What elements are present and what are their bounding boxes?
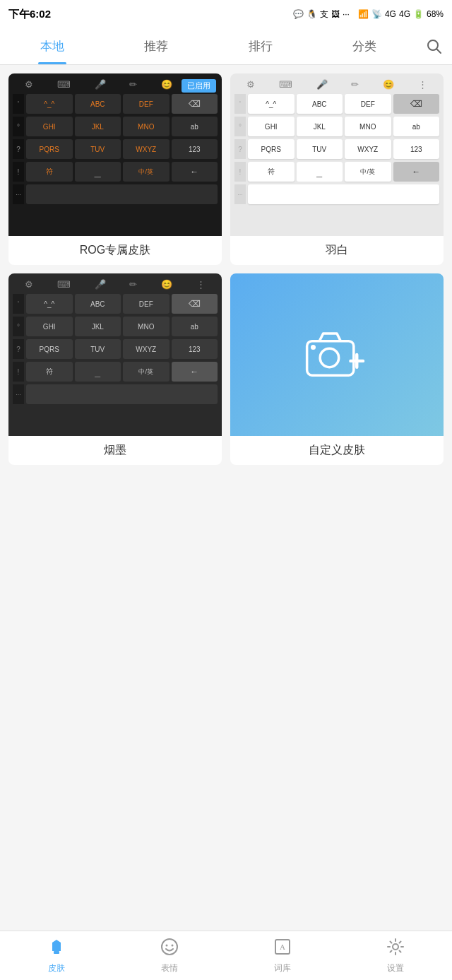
search-icon (427, 39, 442, 54)
svg-text:A: A (280, 943, 285, 951)
skin-nav-label: 皮肤 (48, 962, 65, 974)
skin-name-yubai: 羽白 (230, 236, 444, 265)
tab-recommend[interactable]: 推荐 (105, 28, 209, 64)
battery-pct: 68% (427, 9, 444, 19)
tab-category[interactable]: 分类 (313, 28, 417, 64)
skin-grid: 已启用 ⚙ ⌨ 🎤 ✏ 😊 ⋮ ' ^_^ (8, 73, 444, 465)
more-icon: ··· (343, 9, 350, 19)
network-4g1-icon: 4G (385, 9, 396, 19)
main-content: 已启用 ⚙ ⌨ 🎤 ✏ 😊 ⋮ ' ^_^ (0, 65, 452, 521)
svg-point-8 (162, 939, 177, 955)
skin-nav-icon (47, 937, 66, 960)
skin-card-yanmo[interactable]: ⚙ ⌨ 🎤 ✏ 😊 ⋮ ' ^_^ ABC DEF ⌫ (8, 273, 222, 465)
yb-handwrite-icon: ✏ (351, 79, 359, 90)
custom-skin-bg (230, 273, 444, 436)
ym-clipboard-icon: ⌨ (57, 279, 71, 290)
search-button[interactable] (417, 28, 452, 64)
skin-name-yanmo: 烟墨 (8, 436, 222, 465)
skin-card-custom[interactable]: 自定义皮肤 (230, 273, 444, 465)
kb-handwrite-icon: ✏ (129, 79, 137, 90)
status-bar: 下午6:02 💬 🐧 支 🖼 ··· 📶 📡 4G 4G 🔋 68% (0, 0, 452, 28)
message-icon: 💬 (293, 9, 304, 19)
skin-name-custom: 自定义皮肤 (230, 436, 444, 465)
yanmo-keyboard: ⚙ ⌨ 🎤 ✏ 😊 ⋮ ' ^_^ ABC DEF ⌫ (8, 273, 222, 436)
tab-local[interactable]: 本地 (0, 28, 105, 64)
skin-card-yubai[interactable]: ⚙ ⌨ 🎤 ✏ 😊 ⋮ ' ^_^ ABC DEF ⌫ (230, 73, 444, 265)
settings-nav-label: 设置 (387, 962, 404, 974)
wifi-icon: 📡 (371, 9, 382, 19)
bottom-nav-emoji[interactable]: 表情 (113, 937, 226, 974)
ym-more-icon: ⋮ (196, 279, 206, 290)
bottom-nav-dict[interactable]: A 词库 (226, 937, 339, 974)
svg-point-10 (172, 945, 174, 947)
qq-icon: 🐧 (307, 9, 317, 19)
tab-ranking[interactable]: 排行 (208, 28, 313, 64)
yb-emoji-icon: 😊 (383, 79, 394, 90)
svg-rect-7 (54, 951, 59, 954)
battery-icon: 🔋 (413, 9, 424, 19)
ym-settings-icon: ⚙ (25, 279, 33, 290)
rog-keyboard: ⚙ ⌨ 🎤 ✏ 😊 ⋮ ' ^_^ ABC DEF ⌫ (8, 73, 222, 236)
nav-tabs: 本地 推荐 排行 分类 (0, 28, 452, 65)
svg-point-9 (166, 945, 168, 947)
signal-icon: 📶 (358, 9, 369, 19)
skin-card-rog[interactable]: 已启用 ⚙ ⌨ 🎤 ✏ 😊 ⋮ ' ^_^ (8, 73, 222, 265)
bottom-nav-settings[interactable]: 设置 (339, 937, 452, 974)
yubai-keyboard: ⚙ ⌨ 🎤 ✏ 😊 ⋮ ' ^_^ ABC DEF ⌫ (230, 73, 444, 236)
gallery-icon: 🖼 (331, 9, 340, 19)
ym-emoji-icon: 😊 (161, 279, 172, 290)
dict-nav-icon: A (273, 937, 292, 960)
kb-mic-icon: 🎤 (95, 79, 106, 90)
yb-mic-icon: 🎤 (316, 79, 328, 90)
bottom-nav: 皮肤 表情 A 词库 设置 (0, 931, 452, 980)
ym-mic-icon: 🎤 (95, 279, 106, 290)
ym-handwrite-icon: ✏ (129, 279, 137, 290)
emoji-nav-icon (160, 937, 179, 960)
alipay-icon: 支 (320, 8, 328, 20)
svg-line-1 (437, 49, 441, 53)
yb-clipboard-icon: ⌨ (279, 79, 292, 90)
network-4g2-icon: 4G (399, 9, 410, 19)
status-icons: 💬 🐧 支 🖼 ··· 📶 📡 4G 4G 🔋 68% (293, 8, 444, 20)
skin-name-rog: ROG专属皮肤 (8, 236, 222, 265)
emoji-nav-label: 表情 (161, 962, 178, 974)
kb-clipboard-icon: ⌨ (57, 79, 71, 90)
svg-point-6 (311, 344, 316, 349)
skin-preview-rog: 已启用 ⚙ ⌨ 🎤 ✏ 😊 ⋮ ' ^_^ (8, 73, 222, 236)
active-badge-rog: 已启用 (182, 79, 216, 93)
camera-plus-icon (305, 329, 369, 382)
svg-point-3 (320, 348, 338, 367)
kb-settings-icon: ⚙ (25, 79, 33, 90)
kb-emoji-icon: 😊 (161, 79, 172, 90)
skin-preview-custom (230, 273, 444, 436)
skin-preview-yanmo: ⚙ ⌨ 🎤 ✏ 😊 ⋮ ' ^_^ ABC DEF ⌫ (8, 273, 222, 436)
status-time: 下午6:02 (8, 8, 51, 21)
yb-settings-icon: ⚙ (246, 79, 255, 90)
bottom-nav-skin[interactable]: 皮肤 (0, 937, 113, 974)
dict-nav-label: 词库 (274, 962, 291, 974)
settings-nav-icon (386, 937, 405, 960)
yb-more-icon: ⋮ (418, 79, 427, 90)
svg-point-13 (393, 944, 398, 950)
skin-preview-yubai: ⚙ ⌨ 🎤 ✏ 😊 ⋮ ' ^_^ ABC DEF ⌫ (230, 73, 444, 236)
